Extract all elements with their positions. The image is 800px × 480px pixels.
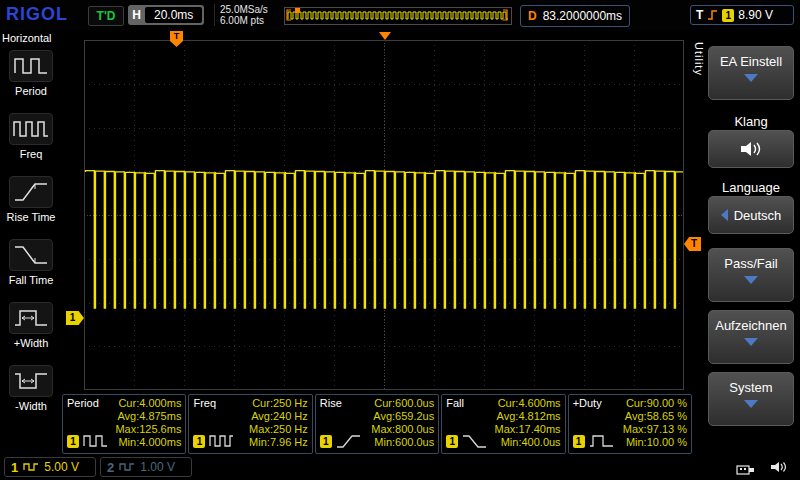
trigger-level-value: 8.90 V xyxy=(738,8,773,22)
softkey-pass-fail[interactable]: Pass/Fail xyxy=(708,248,794,302)
measurement-panel-fall: Fall 1 Cur:4.600ms Avg:4.812ms Max:17.40… xyxy=(441,394,565,454)
softkey-language-selector[interactable]: Deutsch xyxy=(708,196,794,234)
channel-badge: 1 xyxy=(573,435,585,448)
channel-badge: 1 xyxy=(320,435,332,448)
chevron-down-icon xyxy=(744,74,758,82)
waveform-display xyxy=(84,40,684,390)
timebase-value: 20.0ms xyxy=(145,7,202,23)
chevron-down-icon xyxy=(744,400,758,408)
channel1-reference-marker: 1 xyxy=(66,311,84,325)
menu-item-rise-time[interactable]: Rise Time xyxy=(0,176,62,223)
sample-rate: 25.0MSa/s xyxy=(220,4,268,15)
softkey-system[interactable]: System xyxy=(708,372,794,426)
delay-readout: D 83.2000000ms xyxy=(520,5,630,27)
h-label: H xyxy=(128,8,145,22)
freq-icon xyxy=(208,433,234,449)
top-bar: RIGOL T'D H 20.0ms 25.0MSa/s 6.00M pts D… xyxy=(0,0,800,30)
fall-icon xyxy=(461,433,487,449)
bottom-bar: 1 5.00 V 2 1.00 V xyxy=(0,455,800,480)
channel-badge: 1 xyxy=(67,435,79,448)
chevron-down-icon xyxy=(744,338,758,346)
softkey-aufzeichnen[interactable]: Aufzeichnen xyxy=(708,310,794,364)
softkey-ea-einstell[interactable]: EA Einstell xyxy=(708,46,794,100)
plus-width-icon xyxy=(9,302,53,334)
menu-item-fall-time[interactable]: Fall Time xyxy=(0,239,62,286)
measurement-panel-freq: Freq 1 Cur:250 Hz Avg:240 Hz Max:250 Hz … xyxy=(188,394,312,454)
trigger-readout: T 1 8.90 V xyxy=(690,5,794,25)
left-menu-title: Horizontal xyxy=(0,30,62,50)
right-menu: Utility EA Einstell Klang Language Deuts… xyxy=(692,30,800,455)
horizontal-timebase-readout: H 20.0ms xyxy=(128,5,204,25)
chevron-left-icon xyxy=(721,209,728,221)
trigger-source-badge: 1 xyxy=(722,9,734,22)
rise-icon xyxy=(335,433,361,449)
fall-time-icon xyxy=(9,239,53,271)
usb-icon xyxy=(736,462,756,480)
measurement-panel-duty: +Duty 1 Cur:90.00 % Avg:58.65 % Max:97.1… xyxy=(568,394,692,454)
trigger-status-badge: T'D xyxy=(88,6,124,26)
menu-title-utility: Utility xyxy=(693,42,705,76)
preview-canvas xyxy=(285,8,509,22)
graticule-area xyxy=(84,40,684,390)
measurement-panel-rise: Rise 1 Cur:600.0us Avg:659.2us Max:800.0… xyxy=(315,394,439,454)
menu-item-neg-width[interactable]: -Width xyxy=(0,365,62,412)
left-menu: Horizontal Period Freq Rise Time Fall Ti… xyxy=(0,30,62,455)
oscilloscope-screen: { "colors": { "ch1": "#f2e200", "ch2": "… xyxy=(0,0,800,480)
square-wave-icon xyxy=(23,462,39,472)
channel-badge: 1 xyxy=(193,435,205,448)
channel2-status-box[interactable]: 2 1.00 V xyxy=(100,457,192,477)
channel1-status-box[interactable]: 1 5.00 V xyxy=(4,457,96,477)
measurement-strip: Period 1 Cur:4.000ms Avg:4.875ms Max:125… xyxy=(62,394,692,454)
softkey-title-language: Language xyxy=(708,180,794,195)
trigger-center-marker-icon xyxy=(379,32,391,40)
menu-item-pos-width[interactable]: +Width xyxy=(0,302,62,349)
duty-icon xyxy=(588,433,614,449)
square-wave-icon xyxy=(119,462,135,472)
acquisition-readout: 25.0MSa/s 6.00M pts xyxy=(214,4,268,26)
softkey-title-klang: Klang xyxy=(708,114,794,129)
period-icon xyxy=(9,50,53,82)
menu-item-freq[interactable]: Freq xyxy=(0,113,62,160)
measurement-panel-period: Period 1 Cur:4.000ms Avg:4.875ms Max:125… xyxy=(62,394,186,454)
delay-value: 83.2000000ms xyxy=(543,9,622,23)
rising-edge-icon xyxy=(707,9,718,21)
trigger-label: T xyxy=(696,8,703,22)
delay-label: D xyxy=(528,9,537,23)
channel-badge: 1 xyxy=(446,435,458,448)
speaker-icon xyxy=(770,460,788,478)
freq-icon xyxy=(9,113,53,145)
rise-time-icon xyxy=(9,176,53,208)
menu-item-period[interactable]: Period xyxy=(0,50,62,97)
memory-depth: 6.00M pts xyxy=(220,15,268,26)
softkey-klang-sound-toggle[interactable] xyxy=(708,130,794,168)
chevron-down-icon xyxy=(744,276,758,284)
period-icon xyxy=(82,433,108,449)
speaker-icon xyxy=(739,140,763,158)
minus-width-icon xyxy=(9,365,53,397)
memory-waveform-preview xyxy=(284,7,512,25)
rigol-logo: RIGOL xyxy=(6,4,68,25)
